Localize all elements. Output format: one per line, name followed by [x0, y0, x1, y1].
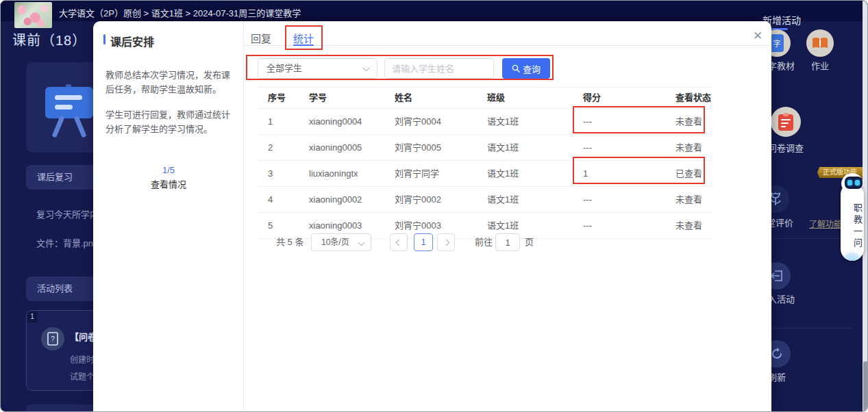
svg-text:?: ?	[51, 335, 55, 343]
table-row[interactable]: 3 liuxiaoningtx 刘宵宁同学 语文1班 1 已查看	[258, 161, 713, 187]
app-root: 大学语文（2P）原创 > 语文1班 > 2024-07-31周三的课堂教学 课前…	[0, 0, 868, 412]
cell-index: 3	[258, 161, 299, 186]
col-header-score: 得分	[573, 88, 665, 108]
clipboard-icon	[778, 113, 793, 131]
cell-score: 1	[573, 161, 665, 186]
review-description: 复习今天所学内	[36, 207, 99, 220]
activity-questions-line: 试题个	[70, 370, 95, 382]
cell-name: 刘宵宁0004	[384, 109, 477, 134]
sidebar-description-2: 学生可进行回复，教师通过统计分析了解学生的学习情况。	[106, 107, 237, 137]
cell-score: ---	[573, 187, 665, 212]
pagination: 共 5 条 10条/页 1 前往 页	[258, 233, 713, 253]
breadcrumb: 大学语文（2P）原创 > 语文1班 > 2024-07-31周三的课堂教学	[59, 6, 301, 19]
goto-page-input[interactable]	[495, 233, 520, 251]
book-icon	[812, 37, 828, 49]
close-icon[interactable]: ✕	[751, 29, 765, 43]
blackboard-icon	[38, 83, 101, 138]
questionnaire-button[interactable]	[771, 107, 801, 137]
cell-class: 语文1班	[477, 109, 573, 134]
modal-main: 回复 统计 ✕ 全部学生 查询	[244, 21, 771, 412]
cell-class: 语文1班	[477, 161, 573, 186]
student-filter-select[interactable]: 全部学生	[258, 58, 377, 79]
refresh-icon	[770, 347, 784, 361]
tab-statistics[interactable]: 统计	[293, 31, 314, 45]
chevron-right-icon	[443, 239, 449, 246]
tab-reply[interactable]: 回复	[251, 31, 271, 45]
goto-page-label: 前往	[475, 233, 493, 251]
col-header-index: 序号	[258, 88, 299, 108]
col-header-class: 班级	[477, 88, 573, 108]
col-header-status: 查看状态	[665, 88, 713, 108]
cell-student-id: xiaoning0002	[299, 187, 384, 212]
vocational-assistant-widget[interactable]: 职教一问	[840, 173, 865, 262]
homework-label: 作业	[811, 59, 829, 72]
cell-name: 刘宵宁0005	[384, 135, 477, 160]
cell-view-status: 未查看	[665, 135, 713, 160]
table-row[interactable]: 4 xiaoning0002 刘宵宁0002 语文1班 --- 未查看	[258, 187, 713, 213]
table-header-row: 序号 学号 姓名 班级 得分 查看状态	[258, 87, 713, 109]
course-cover-thumbnail	[14, 2, 52, 28]
cell-view-status: 未查看	[665, 187, 713, 212]
cell-student-id: xiaoning0005	[299, 135, 384, 160]
modal-sidebar-title: 课后安排	[103, 33, 154, 49]
import-icon	[770, 269, 784, 283]
students-table: 序号 学号 姓名 班级 得分 查看状态 1 xiaoning0004 刘宵宁00…	[258, 87, 713, 239]
questionnaire-label: 问卷调查	[768, 141, 804, 154]
cell-score: ---	[573, 135, 665, 160]
next-page-button[interactable]	[437, 233, 455, 251]
student-name-input[interactable]	[384, 58, 494, 79]
cell-student-id: xiaoning0004	[299, 109, 384, 134]
view-progress-count: 1/5	[93, 165, 244, 175]
chevron-left-icon	[395, 239, 402, 246]
modal-sidebar: 课后安排 教师总结本次学习情况，发布课后任务，帮助学生温故知新。 学生可进行回复…	[93, 21, 244, 412]
cell-class: 语文1班	[477, 187, 573, 212]
cell-index: 4	[258, 187, 299, 212]
col-header-name: 姓名	[384, 88, 477, 108]
table-row[interactable]: 1 xiaoning0004 刘宵宁0004 语文1班 --- 未查看	[258, 109, 713, 135]
tabs-divider	[244, 45, 771, 46]
after-class-activity-modal: 课后安排 教师总结本次学习情况，发布课后任务，帮助学生温故知新。 学生可进行回复…	[93, 21, 771, 412]
table-row[interactable]: 2 xiaoning0005 刘宵宁0005 语文1班 --- 未查看	[258, 135, 713, 161]
textbook-icon: 字	[770, 34, 784, 52]
assistant-label: 职教一问	[841, 198, 864, 255]
cell-name: 刘宵宁0002	[384, 187, 477, 212]
prev-page-button[interactable]	[390, 233, 408, 251]
attachment-file-name: 文件：背景.png	[36, 236, 98, 249]
search-button-label: 查询	[523, 62, 541, 75]
robot-mascot-icon	[841, 173, 863, 191]
active-tab-underline	[293, 44, 314, 46]
homework-button[interactable]	[806, 29, 834, 57]
page-unit-label: 页	[525, 233, 534, 251]
questionnaire-doc-icon: ?	[41, 327, 64, 350]
cell-view-status: 已查看	[665, 161, 713, 186]
scrollbar-thumb[interactable]	[863, 361, 868, 411]
cell-student-id: liuxiaoningtx	[299, 161, 384, 186]
cell-name: 刘宵宁同学	[384, 161, 477, 186]
page-size-value: 10条/页	[321, 237, 349, 247]
search-button[interactable]: 查询	[502, 58, 550, 79]
view-progress-label: 查看情况	[93, 177, 244, 190]
section-title-pre-class: 课前（18）	[12, 29, 86, 49]
pagination-total: 共 5 条	[276, 233, 303, 251]
activity-created-line: 创建时	[70, 353, 95, 365]
cell-class: 语文1班	[477, 135, 573, 160]
student-filter-value: 全部学生	[266, 63, 302, 73]
page-number-1[interactable]: 1	[414, 233, 433, 251]
learn-features-link[interactable]: 了解功能	[809, 218, 842, 229]
activity-index-badge: 1	[27, 311, 37, 322]
chevron-down-icon	[358, 240, 365, 246]
cell-view-status: 未查看	[665, 109, 713, 134]
sidebar-description-1: 教师总结本次学习情况，发布课后任务，帮助学生温故知新。	[106, 68, 237, 97]
cell-score: ---	[573, 109, 665, 134]
col-header-student-id: 学号	[299, 88, 384, 108]
cell-index: 1	[258, 109, 299, 134]
chevron-down-icon	[363, 65, 370, 72]
cell-index: 2	[258, 135, 299, 160]
search-icon	[512, 64, 520, 73]
page-size-select[interactable]: 10条/页	[311, 233, 371, 251]
